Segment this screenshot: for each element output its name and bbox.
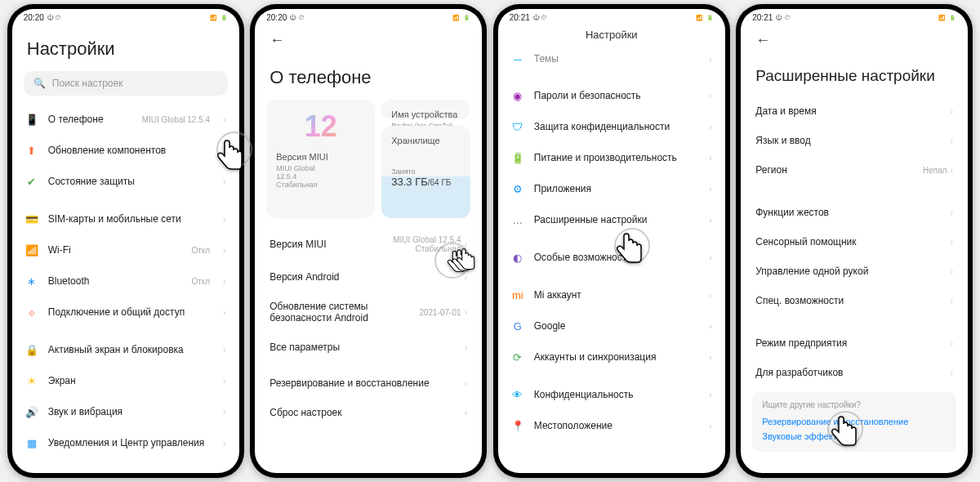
list-item[interactable]: Спец. возможности › (741, 286, 968, 315)
row-label: Резервирование и восстановление (270, 377, 464, 389)
screen-2: 20:20⏻ ⏱ 📶🔋 ← О телефоне 12 Версия MIUI … (255, 9, 482, 473)
storage-total: /64 ГБ (428, 178, 452, 187)
search-placeholder: Поиск настроек (52, 78, 123, 89)
row-label: Версия Android (270, 271, 464, 283)
row-icon: 💳 (25, 212, 38, 225)
page-title-small: Настройки (498, 24, 725, 49)
list-item[interactable]: 🔒 Активный экран и блокировка › (12, 334, 239, 365)
miui-version-card[interactable]: 12 Версия MIUI MIUI Global 12.5.4 Стабил… (266, 100, 375, 218)
chevron-right-icon: › (709, 390, 712, 399)
screen-3: 20:21⏻ ⏱ 📶🔋 Настройки ─ Темы › ◉ Пароли … (498, 9, 725, 473)
row-label: Пароли и безопасность (534, 90, 699, 101)
list-item[interactable]: 🛡 Защита конфиденциальности › (498, 111, 725, 142)
row-label: Версия MIUI (270, 239, 393, 250)
list-item[interactable]: Режим предприятия › (741, 328, 968, 358)
chevron-right-icon: › (223, 276, 226, 286)
row-icon: G (511, 319, 524, 332)
card-sub: Стабильная (276, 181, 365, 189)
row-label: Mi аккаунт (534, 289, 699, 301)
list-item[interactable]: Сброс настроек › (255, 398, 482, 427)
row-label: Регион (755, 164, 923, 176)
status-bar: 20:21⏻ ⏱ 📶🔋 (741, 9, 968, 24)
row-label: Спец. возможности (755, 295, 950, 306)
row-icon: 🔋 (511, 151, 524, 164)
row-label: Аккаунты и синхронизация (534, 351, 699, 363)
back-button[interactable]: ← (265, 29, 289, 52)
chevron-right-icon: › (951, 266, 954, 276)
row-value: Откл (191, 246, 210, 255)
chevron-right-icon: › (709, 252, 712, 262)
list-item[interactable]: 📱 О телефоне MIUI Global 12.5.4 › (12, 104, 239, 135)
list-item[interactable]: 🔊 Звук и вибрация › (12, 396, 239, 427)
row-icon: 🔊 (25, 405, 38, 418)
row-icon: mi (511, 288, 524, 301)
card-sub: 12.5.4 (276, 172, 365, 181)
storage-card[interactable]: Хранилище Занято 33.3 ГБ/64 ГБ (381, 126, 470, 218)
list-item[interactable]: Резервирование и восстановление › (255, 368, 482, 398)
list-item[interactable]: ◉ Пароли и безопасность › (498, 80, 725, 111)
card-title: Имя устройства (391, 109, 461, 119)
status-time: 20:20 (24, 13, 44, 22)
chevron-right-icon: › (951, 136, 954, 145)
chevron-right-icon: › (709, 184, 712, 194)
list-item[interactable]: mi Mi аккаунт › (498, 279, 725, 310)
row-label: Управление одной рукой (755, 266, 950, 277)
phone-frame-3: 20:21⏻ ⏱ 📶🔋 Настройки ─ Темы › ◉ Пароли … (493, 4, 730, 478)
search-input[interactable]: 🔍 Поиск настроек (24, 71, 228, 96)
list-item[interactable]: Все параметры › (255, 332, 482, 362)
row-icon: ☀ (25, 374, 38, 387)
chevron-right-icon: › (709, 321, 712, 331)
list-item[interactable]: ⚙ Приложения › (498, 173, 725, 204)
chevron-right-icon: › (223, 345, 226, 355)
row-icon: 🛡 (511, 120, 524, 133)
list-item[interactable]: Язык и ввод › (741, 126, 968, 155)
list-item-partial[interactable]: ─ Темы › (498, 49, 725, 74)
row-icon: ◐ (511, 251, 524, 264)
status-bar: 20:20⏻ ⏱ 📶🔋 (12, 9, 239, 24)
chevron-right-icon: › (709, 352, 712, 362)
miui-logo: 12 (305, 109, 337, 144)
list-item[interactable]: … Расширенные настройки › (498, 204, 725, 235)
row-icon: ∗ (25, 274, 38, 288)
list-item[interactable]: Функции жестов › (741, 198, 968, 227)
list-item[interactable]: ∗ Bluetooth Откл › (12, 266, 239, 297)
chevron-right-icon: › (223, 438, 226, 448)
storage-used-label: Занято (391, 167, 461, 176)
list-item[interactable]: ⟳ Аккаунты и синхронизация › (498, 341, 725, 373)
row-label: О телефоне (48, 114, 132, 125)
list-item[interactable]: ✔ Состояние защиты › (12, 166, 239, 197)
chevron-right-icon: › (223, 376, 226, 386)
list-item[interactable]: G Google › (498, 310, 725, 341)
screen-1: 20:20⏻ ⏱ 📶🔋 Настройки 🔍 Поиск настроек 📱… (12, 9, 239, 473)
list-item[interactable]: Регион Непал › (741, 155, 968, 185)
hint-title: Ищите другие настройки? (762, 400, 947, 409)
list-item[interactable]: Сенсорный помощник › (741, 227, 968, 257)
chevron-right-icon: › (223, 245, 226, 255)
list-item[interactable]: 👁 Конфиденциальность › (498, 379, 725, 410)
list-item[interactable]: ▦ Уведомления и Центр управления › (12, 427, 239, 458)
list-item[interactable]: 📍 Местоположение › (498, 410, 725, 441)
list-item[interactable]: ☀ Экран › (12, 365, 239, 396)
row-label: Питание и производительность (534, 152, 699, 163)
row-label: Подключение и общий доступ (48, 306, 213, 318)
list-item[interactable]: Дата и время › (741, 96, 968, 126)
list-item[interactable]: Для разработчиков › (741, 358, 968, 387)
list-item[interactable]: Обновление системы безопасности Android … (255, 292, 482, 332)
row-icon: … (511, 213, 524, 226)
row-icon: ✔ (25, 175, 38, 188)
back-button[interactable]: ← (751, 29, 775, 52)
row-icon: 👁 (511, 388, 524, 401)
list-item[interactable]: Управление одной рукой › (741, 257, 968, 286)
list-item[interactable]: ⬆ Обновление компонентов › (12, 135, 239, 166)
list-item[interactable]: 💳 SIM-карты и мобильные сети › (12, 203, 239, 234)
list-item[interactable]: 📶 Wi-Fi Откл › (12, 234, 239, 266)
list-item[interactable]: ⟐ Подключение и общий доступ › (12, 297, 239, 328)
row-label: Уведомления и Центр управления (48, 437, 213, 449)
list-item[interactable]: ◐ Особые возможности › (498, 242, 725, 273)
list-item[interactable]: 🔋 Питание и производительность › (498, 142, 725, 173)
page-title: Настройки (12, 24, 239, 71)
row-label: Дата и время (755, 105, 950, 117)
status-time: 20:20 (266, 13, 287, 22)
row-value: MIUI Global 12.5.4 (142, 115, 210, 124)
device-name-card[interactable]: Имя устройства Redmi (На СвяZи) (381, 100, 470, 119)
